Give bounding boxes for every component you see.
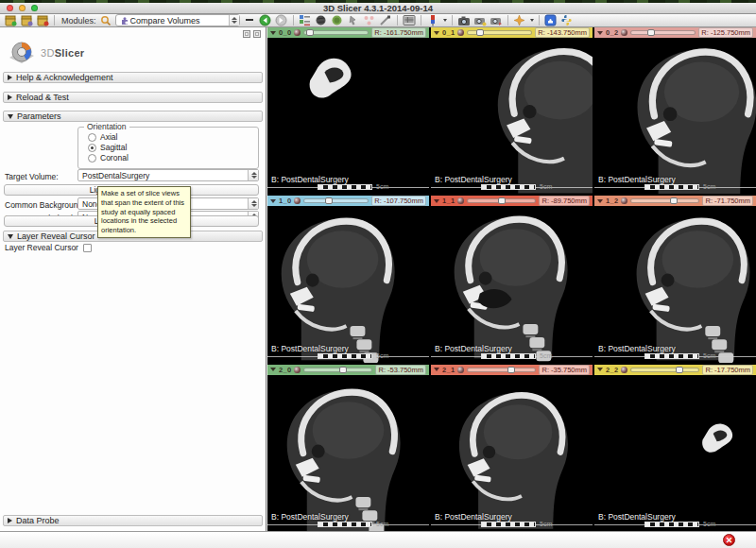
slice-offset-slider[interactable]: [630, 197, 699, 204]
slice-controller-bar[interactable]: 2_1 R: -35.750mm: [431, 365, 593, 375]
markups-icon[interactable]: [315, 14, 328, 26]
slice-view[interactable]: 0_0 R: -161.750mm B: PostDentalSurgery 5…: [267, 27, 429, 194]
radio-axial[interactable]: Axial: [88, 132, 258, 142]
slider-handle[interactable]: [507, 367, 515, 373]
view-menu-icon[interactable]: [270, 368, 276, 371]
slice-view[interactable]: 2_1 R: -35.750mm B: PostDentalSurgery 5c…: [431, 365, 593, 531]
view-menu-icon[interactable]: [597, 31, 603, 35]
slice-image[interactable]: B: PostDentalSurgery 5cm: [431, 375, 593, 531]
slice-offset-slider[interactable]: [467, 367, 536, 373]
python-console-icon[interactable]: [560, 14, 574, 26]
view-menu-icon[interactable]: [434, 199, 439, 203]
slider-handle[interactable]: [325, 197, 333, 204]
slice-offset-slider[interactable]: [303, 197, 369, 204]
slice-image[interactable]: B: PostDentalSurgery 5cm: [594, 375, 756, 531]
pin-dropdown-icon[interactable]: [443, 19, 447, 22]
slider-handle[interactable]: [647, 29, 655, 36]
scene-view-icon[interactable]: [473, 14, 487, 26]
extension-manager-icon[interactable]: [544, 14, 558, 26]
view-pin-icon[interactable]: [294, 197, 301, 204]
slice-controller-bar[interactable]: 2_0 R: -53.750mm: [267, 365, 429, 375]
slice-controller-bar[interactable]: 0_2 R: -125.750mm: [594, 27, 756, 38]
pin-icon[interactable]: [426, 14, 439, 26]
slice-image[interactable]: B: PostDentalSurgery 5cm: [267, 206, 429, 362]
volume-rendering-icon[interactable]: [331, 14, 344, 26]
slider-handle[interactable]: [306, 29, 314, 36]
panel-close-icon[interactable]: [253, 30, 261, 38]
radio-coronal[interactable]: Coronal: [88, 153, 258, 163]
view-pin-icon[interactable]: [294, 367, 301, 373]
view-menu-icon[interactable]: [270, 199, 276, 203]
view-pin-icon[interactable]: [621, 367, 627, 373]
panel-undock-icon[interactable]: [243, 30, 250, 38]
target-volume-select[interactable]: PostDentalSurgery: [77, 169, 259, 181]
view-menu-icon[interactable]: [434, 31, 439, 35]
load-data-icon[interactable]: [4, 14, 17, 26]
view-menu-icon[interactable]: [597, 199, 603, 203]
view-pin-icon[interactable]: [621, 29, 627, 36]
annotation-ruler-icon[interactable]: [379, 14, 392, 26]
slice-view[interactable]: 0_1 R: -143.750mm B: PostDentalSurgery 5…: [431, 27, 593, 194]
crosshair-icon[interactable]: [513, 14, 526, 26]
view-pin-icon[interactable]: [294, 29, 301, 36]
slice-controller-bar[interactable]: 2_2 R: -17.750mm: [594, 365, 756, 375]
slice-image[interactable]: B: PostDentalSurgery 5cm: [267, 38, 429, 194]
section-label: Data Probe: [16, 516, 60, 525]
slice-controller-bar[interactable]: 1_2 R: -71.750mm: [594, 196, 756, 206]
slice-view[interactable]: 1_2 R: -71.750mm B: PostDentalSurgery 5c…: [594, 196, 756, 362]
view-pin-icon[interactable]: [457, 29, 464, 36]
slice-image[interactable]: B: PostDentalSurgery 5cm: [431, 206, 593, 362]
radio-sagittal[interactable]: Sagittal: [88, 143, 258, 152]
forward-arrow-icon[interactable]: [275, 14, 288, 26]
slice-view[interactable]: 1_1 R: -89.750mm B: PostDentalSurgery 5c…: [431, 196, 593, 362]
screen-capture-icon[interactable]: [403, 14, 416, 26]
section-parameters[interactable]: Parameters: [3, 111, 263, 122]
module-search-icon[interactable]: [99, 14, 112, 26]
slice-controller-bar[interactable]: 0_1 R: -143.750mm: [431, 27, 593, 38]
slider-handle[interactable]: [498, 197, 506, 204]
view-menu-icon[interactable]: [434, 368, 439, 371]
slider-handle[interactable]: [670, 197, 678, 204]
slider-handle[interactable]: [476, 29, 484, 36]
slice-controller-bar[interactable]: 1_1 R: -89.750mm: [431, 196, 593, 206]
layer-reveal-cursor-checkbox[interactable]: [83, 244, 92, 252]
slice-offset-slider[interactable]: [303, 29, 369, 36]
slice-offset-slider[interactable]: [303, 367, 372, 373]
slice-controller-bar[interactable]: 1_0 R: -107.750mm: [267, 196, 429, 206]
slice-image[interactable]: B: PostDentalSurgery 5cm: [594, 38, 756, 194]
section-reload-test[interactable]: Reload & Test: [3, 92, 263, 103]
view-menu-icon[interactable]: [597, 368, 603, 371]
slice-offset-slider[interactable]: [630, 367, 699, 373]
interaction-icon[interactable]: [347, 14, 360, 26]
slice-image[interactable]: B: PostDentalSurgery 5cm: [267, 375, 429, 531]
layout-selector-icon[interactable]: [299, 14, 312, 26]
view-pin-icon[interactable]: [457, 197, 464, 204]
crosshair-dropdown-icon[interactable]: [530, 19, 534, 22]
view-pin-icon[interactable]: [457, 367, 464, 373]
slice-image[interactable]: B: PostDentalSurgery 5cm: [431, 38, 593, 194]
slider-handle[interactable]: [339, 367, 347, 373]
slice-offset-slider[interactable]: [467, 197, 536, 204]
slice-offset-slider[interactable]: [630, 29, 696, 36]
slice-image[interactable]: B: PostDentalSurgery 5cm: [594, 206, 756, 362]
camera-icon[interactable]: [457, 14, 471, 26]
back-arrow-icon[interactable]: [259, 14, 272, 26]
save-data-icon[interactable]: [36, 14, 49, 26]
section-help-acknowledgement[interactable]: Help & Acknowledgement: [3, 72, 263, 83]
slice-view[interactable]: 0_2 R: -125.750mm B: PostDentalSurgery 5…: [594, 27, 756, 194]
view-pin-icon[interactable]: [621, 197, 627, 204]
load-dicom-icon[interactable]: [20, 14, 33, 26]
slice-view[interactable]: 2_2 R: -17.750mm B: PostDentalSurgery 5c…: [594, 365, 756, 531]
section-data-probe[interactable]: Data Probe: [3, 515, 263, 526]
slider-handle[interactable]: [676, 367, 683, 373]
error-log-icon[interactable]: ✕: [723, 534, 735, 546]
fiducials-icon[interactable]: [363, 14, 376, 26]
scene-restore-icon[interactable]: [490, 14, 503, 26]
module-selector[interactable]: Compare Volumes: [115, 14, 240, 26]
slice-view[interactable]: 1_0 R: -107.750mm B: PostDentalSurgery 5…: [267, 196, 429, 362]
slice-offset-slider[interactable]: [467, 29, 532, 36]
slice-view[interactable]: 2_0 R: -53.750mm B: PostDentalSurgery 5c…: [267, 365, 429, 531]
module-history-icon[interactable]: [243, 14, 256, 26]
view-menu-icon[interactable]: [270, 31, 276, 35]
slice-controller-bar[interactable]: 0_0 R: -161.750mm: [267, 27, 429, 38]
